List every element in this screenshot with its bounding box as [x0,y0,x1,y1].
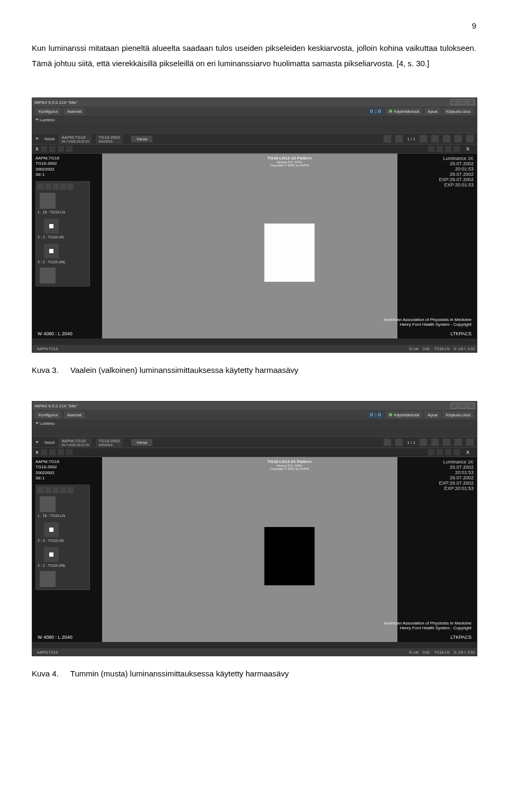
tool-icon[interactable] [466,135,474,142]
tool-icon[interactable] [49,146,56,152]
status-text: S: 1/6 I: 1/18 [453,650,475,654]
status-text: S: 1/6 I: 1/18 [453,347,475,351]
close-icon[interactable] [467,403,475,409]
luminance-patch-white [265,224,315,282]
tool-icon[interactable] [41,146,47,152]
varaa-button[interactable]: Varaa [131,136,153,142]
tool-icon[interactable] [66,146,72,152]
next-icon[interactable] [52,183,59,190]
tool-icon[interactable] [428,449,434,456]
tool-icon[interactable] [453,146,460,152]
tool-icon[interactable] [420,135,427,142]
end-icon[interactable] [60,487,66,493]
minimize-icon[interactable] [450,99,458,105]
loop-icon[interactable] [67,183,74,190]
pacs-label: LTKPACS [450,331,471,336]
tool-icon[interactable] [41,449,47,456]
close-icon[interactable] [467,99,475,105]
image-viewer[interactable]: TG18-LN12-18 Pattern Version 8.0, 12/01 … [102,154,477,340]
maximize-icon[interactable] [459,99,466,105]
app-title: IMPAX 6.5.2.114 "Site" [34,100,78,105]
prev-icon[interactable] [38,183,44,190]
thumbnail[interactable] [40,496,56,512]
menu-help-button[interactable]: Apua [424,108,441,115]
menu-help-button[interactable]: Apua [424,412,441,418]
tool-icon[interactable] [443,135,450,142]
menu-logout-button[interactable]: Kirjaudu ulos [443,412,474,418]
teksti-label[interactable]: Teksti [44,440,55,445]
app-window-white: IMPAX 6.5.2.114 "Site" Konfiguroi Asemat… [32,97,477,353]
minimize-icon[interactable] [450,403,458,409]
titlebar: IMPAX 6.5.2.114 "Site" [32,401,477,410]
menu-asemat-button[interactable]: Asemat [64,412,85,418]
x-icon[interactable]: X [35,146,39,151]
tool-icon[interactable] [431,135,439,142]
nav-counter: 1 / 1 [407,137,415,141]
menu-konfiguroi-button[interactable]: Konfiguroi [35,108,61,115]
tool-icon[interactable] [384,135,391,142]
thumbnail[interactable] [40,193,56,209]
right-meta: Luminance 1K 29.07.2002 20:01:53 29.07.2… [439,156,474,188]
menubar: Konfiguroi Asemat 0 :: 0 Käytettävissä A… [32,410,477,420]
window-controls[interactable] [450,403,475,409]
study-chip[interactable]: TG18-2002 20022002 [96,135,122,144]
tool-icon[interactable] [455,439,462,446]
play-icon[interactable] [45,487,51,493]
thumbnail[interactable] [44,219,59,234]
tool-icon[interactable] [445,146,451,152]
varaa-button[interactable]: Varaa [131,439,153,446]
status-text: Ei ole [409,650,419,654]
thumbnail[interactable] [44,522,59,537]
subheader-label[interactable]: Luettelo [40,421,55,426]
tool-icon[interactable] [384,439,391,446]
end-icon[interactable] [60,183,66,190]
tool-icon[interactable] [395,135,403,142]
thumbnail[interactable] [40,571,56,587]
tool-icon[interactable] [437,146,443,152]
thumb-label: 2 : 2 : TG18-UN [38,538,88,543]
tool-icon[interactable] [58,449,64,456]
tool-icon[interactable] [58,146,64,152]
menu-available-button[interactable]: Käytettävissä [386,412,422,418]
menu-konfiguroi-button[interactable]: Konfiguroi [35,412,61,418]
thumbnail[interactable] [40,267,56,283]
tool-icon[interactable] [466,439,474,446]
tool-icon[interactable] [395,439,403,446]
left-panel: AAPM,TG18 TG18-2002 20022002 SE:1 1 : 18… [32,154,102,340]
window-controls[interactable] [450,99,475,105]
x-icon[interactable]: X [35,450,39,455]
tool-icon[interactable] [428,146,434,152]
tool-icon[interactable] [443,439,450,446]
thumbnail[interactable] [44,547,59,562]
tool-icon[interactable] [437,449,443,456]
image-viewer[interactable]: TG18-LN12-01 Pattern Version 8.0, 12/01 … [102,457,477,644]
tool-icon[interactable] [431,439,439,446]
maximize-icon[interactable] [459,403,466,409]
x-icon[interactable]: X [466,146,469,151]
study-chip[interactable]: AAPM,TG18 29.7.2002 20:01:53 [59,438,92,447]
x-icon[interactable]: X [466,450,469,455]
menu-available-button[interactable]: Käytettävissä [386,108,422,115]
tool-icon[interactable] [420,439,427,446]
prev-icon[interactable] [38,487,44,493]
menu-logout-button[interactable]: Kirjaudu ulos [443,108,474,115]
caption-text: Tummin (musta) luminanssimittauksessa kä… [70,669,289,678]
figure-4-caption: Kuva 4. Tummin (musta) luminanssimittauk… [32,669,476,678]
loop-icon[interactable] [67,487,74,493]
study-chip[interactable]: AAPM,TG18 29.7.2002 20:01:53 [59,135,92,144]
play-icon[interactable] [45,183,51,190]
window-level-text: W 4080 : L 2040 [38,635,72,640]
thumbnail[interactable] [44,244,59,258]
chevron-down-icon [35,441,39,443]
status-text: TG18-LN [434,650,450,654]
tool-icon[interactable] [66,449,72,456]
menu-asemat-button[interactable]: Asemat [64,108,85,115]
tool-icon[interactable] [453,449,460,456]
study-chip[interactable]: TG18-2002 20022002 [96,438,122,447]
tool-icon[interactable] [455,135,462,142]
subheader-label[interactable]: Luettelo [40,118,55,122]
next-icon[interactable] [52,487,59,493]
teksti-label[interactable]: Teksti [44,137,55,141]
tool-icon[interactable] [445,449,451,456]
tool-icon[interactable] [49,449,56,456]
